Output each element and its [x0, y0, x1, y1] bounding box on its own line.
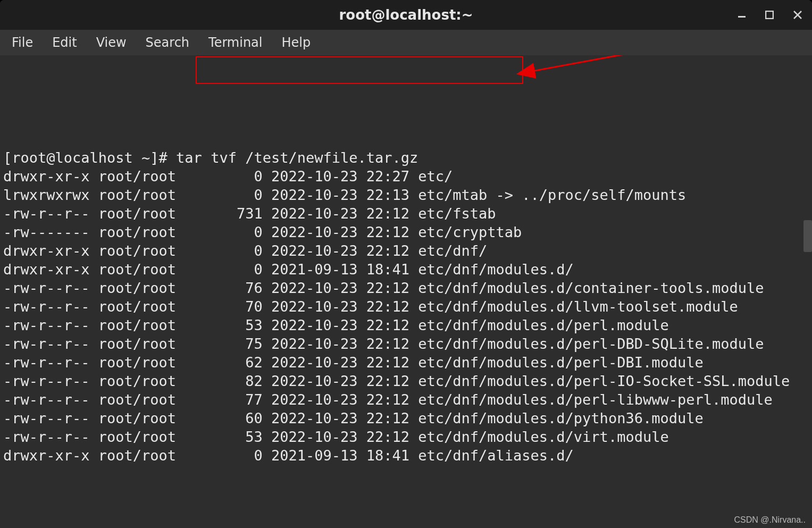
svg-rect-0 — [738, 16, 746, 18]
window-title: root@localhost:~ — [339, 7, 473, 23]
terminal-line: drwxr-xr-x root/root 0 2021-09-13 18:41 … — [3, 260, 809, 279]
terminal-line: -rw-r--r-- root/root 82 2022-10-23 22:12… — [3, 372, 809, 390]
menu-file[interactable]: File — [2, 32, 43, 53]
svg-line-3 — [532, 55, 734, 71]
terminal-line: -rw------- root/root 0 2022-10-23 22:12 … — [3, 223, 809, 241]
terminal-line: -rw-r--r-- root/root 731 2022-10-23 22:1… — [3, 204, 809, 223]
watermark-text: CSDN @.Nirvana.. — [734, 515, 806, 525]
terminal-line: drwxr-xr-x root/root 0 2022-10-23 22:27 … — [3, 167, 809, 186]
menu-help[interactable]: Help — [272, 32, 321, 53]
terminal-line: lrwxrwxrwx root/root 0 2022-10-23 22:13 … — [3, 186, 809, 204]
menubar: File Edit View Search Terminal Help — [0, 30, 812, 55]
terminal-line: -rw-r--r-- root/root 60 2022-10-23 22:12… — [3, 409, 809, 428]
svg-rect-1 — [766, 11, 773, 19]
terminal-line: -rw-r--r-- root/root 53 2022-10-23 22:12… — [3, 316, 809, 334]
scrollbar-thumb[interactable] — [803, 220, 812, 252]
terminal-line: -rw-r--r-- root/root 75 2022-10-23 22:12… — [3, 334, 809, 353]
terminal-window: root@localhost:~ File Edit View Search T… — [0, 0, 812, 528]
menu-search[interactable]: Search — [136, 32, 199, 53]
menu-view[interactable]: View — [87, 32, 136, 53]
terminal-line: -rw-r--r-- root/root 62 2022-10-23 22:12… — [3, 353, 809, 372]
shell-prompt: [root@localhost ~]# — [3, 149, 176, 166]
titlebar: root@localhost:~ — [0, 0, 812, 30]
terminal-line: -rw-r--r-- root/root 76 2022-10-23 22:12… — [3, 279, 809, 297]
maximize-icon[interactable] — [765, 11, 774, 19]
menu-edit[interactable]: Edit — [43, 32, 86, 53]
terminal-line: drwxr-xr-x root/root 0 2022-10-23 22:12 … — [3, 241, 809, 260]
shell-command: tar tvf /test/newfile.tar.gz — [176, 149, 418, 166]
terminal-line: [root@localhost ~]# tar tvf /test/newfil… — [3, 148, 809, 167]
terminal-line: -rw-r--r-- root/root 53 2022-10-23 22:12… — [3, 428, 809, 446]
close-icon[interactable] — [793, 10, 802, 20]
menu-terminal[interactable]: Terminal — [199, 32, 272, 53]
terminal-line: -rw-r--r-- root/root 70 2022-10-23 22:12… — [3, 297, 809, 316]
terminal-line: drwxr-xr-x root/root 0 2021-09-13 18:41 … — [3, 446, 809, 465]
annotation-highlight-box — [196, 56, 523, 84]
minimize-icon[interactable] — [738, 11, 746, 19]
terminal-output-area[interactable]: [root@localhost ~]# tar tvf /test/newfil… — [0, 55, 812, 528]
window-controls — [738, 10, 802, 20]
terminal-line: -rw-r--r-- root/root 77 2022-10-23 22:12… — [3, 390, 809, 409]
